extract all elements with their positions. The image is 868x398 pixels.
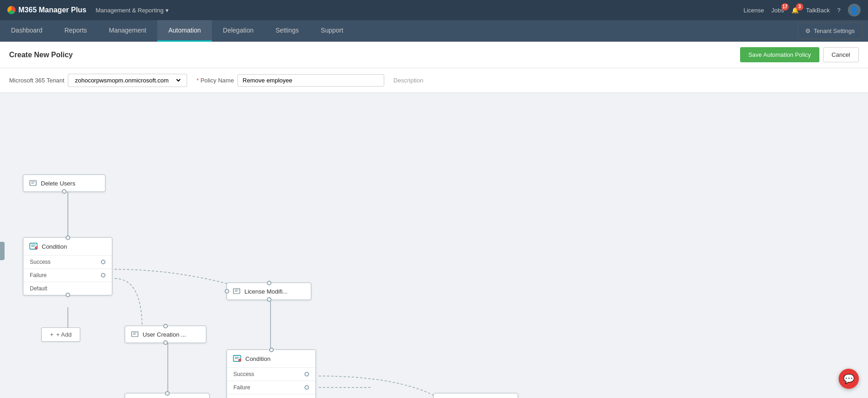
page-header: Create New Policy Save Automation Policy… [0, 42, 868, 68]
user-icon: 👤 [850, 6, 859, 15]
chevron-down-icon: ▾ [166, 7, 169, 14]
help-icon[interactable]: ? [837, 7, 840, 14]
tab-management[interactable]: Management [98, 20, 158, 42]
user-creation-top-dot [163, 324, 168, 328]
notification-badge[interactable]: 🔔 3 [791, 7, 799, 14]
condition2-failure-row[interactable]: Failure [227, 381, 315, 394]
condition2-label: Condition [245, 355, 271, 362]
license1-icon [232, 287, 241, 295]
condition1-body: Success Failure Default [23, 255, 112, 295]
block-users-node[interactable]: Block Users [433, 393, 518, 398]
chat-bubble[interactable]: 💬 [839, 369, 859, 389]
tab-delegation[interactable]: Delegation [212, 20, 265, 42]
gear-icon: ⚙ [805, 27, 811, 34]
condition2-icon [232, 354, 242, 363]
tab-settings[interactable]: Settings [265, 20, 310, 42]
license-modifi2-node[interactable]: License Modifi... [125, 393, 210, 398]
page-header-actions: Save Automation Policy Cancel [740, 47, 859, 62]
talkback-link[interactable]: TalkBack [806, 7, 830, 14]
condition1-label: Condition [42, 243, 67, 250]
license1-top-dot [267, 281, 271, 285]
policy-name-group: * Policy Name [196, 74, 384, 87]
condition2-top-dot [269, 348, 274, 352]
required-asterisk: * [196, 77, 199, 84]
tab-dashboard[interactable]: Dashboard [0, 20, 54, 42]
sidebar-handle[interactable] [0, 242, 5, 260]
user-creation-label: User Creation ... [143, 331, 186, 338]
tab-support[interactable]: Support [310, 20, 354, 42]
condition1-header[interactable]: Condition [23, 238, 112, 255]
tenant-dropdown[interactable]: zohocorpwsmopm.onmicrosoft.com [73, 76, 182, 84]
chat-icon: 💬 [843, 373, 855, 384]
condition2-body: Success Failure Default [227, 367, 315, 398]
page-title: Create New Policy [9, 51, 73, 59]
logo-text: M365 Manager Plus [18, 6, 87, 14]
description-link[interactable]: Description [393, 77, 423, 84]
condition1-failure-row[interactable]: Failure [23, 268, 112, 282]
top-bar: M365 Manager Plus Management & Reporting… [0, 0, 868, 20]
condition2-failure-dot [304, 385, 309, 390]
policy-form: Microsoft 365 Tenant zohocorpwsmopm.onmi… [0, 68, 868, 93]
add-label: + Add [56, 331, 72, 338]
connector-svg [0, 93, 868, 398]
condition1-failure-dot [101, 273, 105, 278]
top-bar-right: License Jobs 17 🔔 3 TalkBack ? 👤 [743, 4, 861, 16]
condition1-icon [29, 242, 38, 251]
user-creation-icon [131, 330, 139, 338]
user-creation-bottom-dot [163, 340, 168, 345]
condition1-success-row[interactable]: Success [23, 255, 112, 268]
license2-top-dot [165, 391, 170, 396]
nav-tabs-list: Dashboard Reports Management Automation … [0, 20, 354, 42]
plus-icon: + [50, 331, 54, 338]
management-dropdown-btn[interactable]: Management & Reporting ▾ [92, 5, 172, 16]
notif-count-badge: 3 [796, 3, 803, 11]
cancel-button[interactable]: Cancel [823, 47, 859, 62]
jobs-count-badge: 17 [781, 3, 789, 11]
logo: M365 Manager Plus [7, 6, 87, 14]
tenant-settings-button[interactable]: ⚙ Tenant Settings [797, 22, 862, 39]
tenant-select[interactable]: zohocorpwsmopm.onmicrosoft.com [68, 74, 187, 87]
tab-reports[interactable]: Reports [54, 20, 98, 42]
canvas-area: Delete Users Condition Success Failure D… [0, 93, 868, 398]
tenant-group: Microsoft 365 Tenant zohocorpwsmopm.onmi… [9, 74, 187, 87]
condition2-default-row[interactable]: Default [227, 394, 315, 398]
license1-bottom-dot [267, 297, 271, 302]
license1-left-dot [225, 289, 229, 294]
condition1-success-dot [101, 260, 105, 264]
condition1-bottom-dot [66, 293, 70, 297]
top-bar-left: M365 Manager Plus Management & Reporting… [7, 5, 172, 16]
condition2-node[interactable]: Condition Success Failure Default [227, 349, 316, 398]
condition1-top-dot [66, 235, 70, 240]
avatar-button[interactable]: 👤 [848, 4, 861, 16]
policy-name-label: * Policy Name [196, 77, 234, 84]
license-link[interactable]: License [743, 7, 764, 14]
condition2-success-dot [304, 372, 309, 376]
condition2-success-row[interactable]: Success [227, 367, 315, 381]
delete-users-bottom-dot [62, 189, 66, 194]
tenant-label: Microsoft 365 Tenant [9, 77, 64, 84]
nav-tabs: Dashboard Reports Management Automation … [0, 20, 868, 42]
block-users-header[interactable]: Block Users [434, 393, 518, 398]
delete-users-label: Delete Users [41, 180, 75, 187]
license-modifi1-label: License Modifi... [244, 288, 287, 295]
add-node-button[interactable]: + + Add [41, 327, 80, 342]
logo-icon [7, 6, 16, 14]
delete-users-icon [29, 179, 37, 187]
tab-automation[interactable]: Automation [157, 20, 212, 42]
user-creation-node[interactable]: User Creation ... [125, 326, 206, 343]
policy-name-input[interactable] [238, 74, 384, 87]
delete-users-node[interactable]: Delete Users [23, 174, 105, 192]
condition1-node[interactable]: Condition Success Failure Default [23, 237, 112, 295]
jobs-badge[interactable]: Jobs 17 [771, 7, 784, 14]
condition2-header[interactable]: Condition [227, 350, 315, 367]
license-modifi1-node[interactable]: License Modifi... [227, 283, 311, 300]
save-automation-policy-button[interactable]: Save Automation Policy [740, 47, 819, 62]
